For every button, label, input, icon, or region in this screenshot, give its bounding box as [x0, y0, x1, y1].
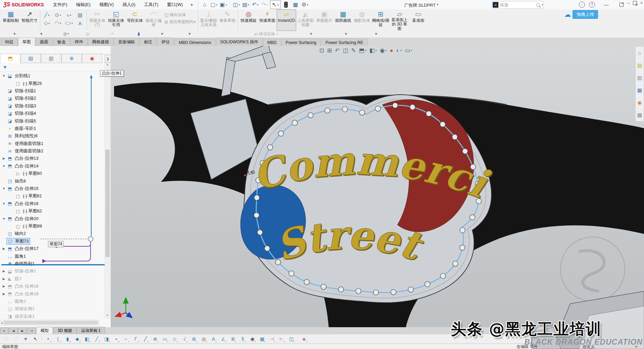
expand-open-icon[interactable]: ▼ [1, 217, 6, 220]
tee-right-snap-icon[interactable]: ⊢ [277, 336, 286, 342]
angle-snap-icon[interactable]: ∠ [218, 336, 228, 342]
layers-snap-icon[interactable]: ≣ [228, 336, 238, 342]
status-custom[interactable]: 自定义 [583, 344, 595, 349]
zoom-fit-icon[interactable]: ⊡ [318, 47, 325, 54]
sketch3d-on-plane-button[interactable]: ▱基准面上的 3D 草图 [390, 9, 409, 31]
tree-item[interactable]: ▶◣筋7 [0, 275, 101, 283]
tree-item[interactable]: ⊞阵列(线性)6 [0, 132, 101, 140]
tree-item[interactable]: ▼⬒凸台-拉伸16 [0, 200, 101, 207]
move-entities-button[interactable]: ⇄移动实体▾ [254, 31, 278, 37]
menu-tools[interactable]: 工具(T) [140, 0, 163, 9]
tree-item[interactable]: ◨保存实体1 [0, 313, 101, 319]
sketch-picture-button[interactable]: ▣草图图片 [315, 9, 334, 31]
file-properties-icon[interactable]: ▦ [291, 1, 300, 9]
design-library-icon[interactable]: ▤ [637, 59, 642, 71]
rebuild-traffic-light-icon[interactable] [282, 1, 290, 9]
diamond-snap-icon[interactable]: ◇ [170, 336, 179, 342]
polygon-snap-icon[interactable]: ◆ [72, 336, 82, 342]
solid-snap-icon[interactable]: ◧ [82, 336, 92, 342]
ribbon-tab-特征[interactable]: 特征 [1, 38, 18, 46]
mirror-entities-button[interactable]: ◫镜向实体 [164, 11, 196, 18]
surface-offset-button[interactable]: ◠曲面上偏移 [144, 9, 163, 31]
upload-overlay[interactable]: ☁ 拖拽上传 [564, 10, 598, 19]
panel-flyout-arrow[interactable]: ❯ [105, 55, 111, 63]
shaded-sketch-contours-button[interactable]: ◭上色草图轮廓 [296, 9, 315, 31]
line-snap-icon[interactable]: ❘ [53, 336, 63, 342]
expand-closed-icon[interactable]: ▶ [1, 292, 6, 296]
rapid-sketch-button[interactable]: ⚡快速草图 [258, 9, 277, 31]
sketch-line-snap-icon[interactable]: ╱ [92, 336, 102, 342]
repair-sketch-button[interactable]: ✎修复草图 [218, 9, 237, 31]
ribbon-tab-solidworks-插件[interactable]: SOLIDWORKS 插件 [216, 38, 263, 46]
expand-open-icon[interactable]: ▼ [1, 202, 6, 205]
arc-tool-icon[interactable]: ◠▾ [52, 19, 63, 27]
tree-item[interactable]: ◪切除-扫描1 [0, 87, 101, 95]
ribbon-tab-power-surfacing-re[interactable]: Power Surfacing RE [321, 39, 368, 46]
tree-item[interactable]: ▶⬒凸台-拉伸18 [0, 283, 101, 290]
fillet-tool-icon[interactable]: ◔▾ [109, 31, 113, 36]
last-tab-icon[interactable]: ⇥ [27, 328, 36, 334]
doc-close-icon[interactable]: × [640, 1, 643, 5]
quick-snaps-button[interactable]: ◎快速捕捉 [239, 9, 258, 31]
target-snap-icon[interactable]: ◉ [248, 336, 257, 342]
solidworks-resources-icon[interactable]: ⌂ [638, 47, 641, 59]
display-delete-relations-button[interactable]: ⊥显示/删除 几何关系 [199, 9, 218, 31]
rectangle-snap-icon[interactable]: ▮ [63, 336, 72, 342]
ribbon-tab-草图[interactable]: 草图 [18, 38, 35, 46]
previous-view-icon[interactable]: ↶ [334, 47, 341, 54]
first-tab-icon[interactable]: ⇤ [0, 328, 9, 334]
tree-item[interactable]: ▼⬒凸台-拉伸14 [0, 162, 101, 170]
doc-restore-icon[interactable] [633, 1, 637, 5]
corner-snap-icon[interactable]: ⌐ [121, 336, 131, 342]
tree-item[interactable]: ▼⬒凸台-拉伸20 [0, 215, 101, 222]
section-view-icon[interactable]: ◫ [341, 47, 350, 54]
doc-minimize-icon[interactable]: – [627, 1, 630, 5]
trim-entities-button[interactable]: ✂剪裁实体(T) [88, 9, 107, 31]
reference-plane-button[interactable]: ▭基准面 [409, 9, 428, 31]
minimize-button[interactable]: — [599, 0, 614, 9]
ribbon-tab-直接编辑[interactable]: 直接编辑 [114, 38, 139, 46]
selected-tree-item[interactable]: ▢草图73 [6, 238, 30, 245]
search-box[interactable]: » 缩放 ▾ [492, 1, 543, 9]
tree-item[interactable]: ▷(-) 草图60 [0, 170, 101, 177]
custom-properties-icon[interactable]: ▧ [637, 109, 642, 121]
tee-left-snap-icon[interactable]: ⊣ [267, 336, 277, 342]
expand-closed-icon[interactable]: ▶ [1, 157, 6, 160]
filter-funnel-icon[interactable]: ▼ [3, 64, 7, 70]
point-tool-icon[interactable]: ▮ [138, 31, 140, 36]
ribbon-tab-mbd-dimensions[interactable]: MBD Dimensions [174, 39, 216, 46]
tree-item[interactable]: ◪切除-扫描5 [0, 117, 101, 124]
face-curves-button[interactable]: ▦面部曲线 [334, 9, 353, 31]
print-icon[interactable]: ▤▾ [242, 1, 250, 9]
zoom-area-icon[interactable]: ⊞ [326, 47, 333, 54]
prev-tab-icon[interactable]: ◀ [9, 328, 18, 334]
tree-item[interactable]: ◲缩放比例1 [0, 305, 101, 312]
expand-open-icon[interactable]: ▼ [1, 74, 6, 78]
upload-badge[interactable]: 拖拽上传 [573, 10, 598, 19]
linear-sketch-pattern-button[interactable]: ⊞线性草图阵列▾ [164, 18, 196, 26]
propertymanager-tab[interactable]: ▤ [20, 54, 41, 63]
tree-item[interactable]: ◪切除-扫描3 [0, 102, 101, 110]
doc-tab-模型[interactable]: 模型 [36, 327, 53, 334]
expand-closed-icon[interactable]: ▶ [1, 285, 6, 288]
tree-item[interactable]: ▢(-) 草图62 [0, 207, 101, 215]
tree-item[interactable]: ◡圆角2 [0, 298, 101, 305]
filter-vertices-icon[interactable]: ▽ [1, 336, 11, 342]
offset-dropdown[interactable]: ▾ [189, 31, 191, 36]
menu-window[interactable]: 窗口(W) [163, 0, 187, 9]
convert-dropdown[interactable]: ▾ [161, 31, 163, 36]
open-icon[interactable]: ▣▾ [219, 1, 227, 9]
home-icon[interactable]: ⌂ [201, 1, 209, 9]
tree-item[interactable]: ◪切除-扫描4 [0, 110, 101, 117]
plane-snap-icon[interactable]: ◨ [102, 336, 111, 342]
filter-faces-icon[interactable]: ▼ [21, 336, 31, 342]
view-settings-icon[interactable]: ▭▾ [404, 47, 414, 54]
grid-cells-snap-icon[interactable]: ▦ [257, 336, 267, 342]
tree-item[interactable]: ◳抽壳6 [0, 177, 101, 185]
tree-item[interactable]: ▶⬒凸台-拉伸19 [0, 290, 101, 297]
polygon-tool-icon[interactable]: ◇▾ [41, 19, 52, 27]
ribbon-tab-焊件[interactable]: 焊件 [70, 38, 88, 46]
expand-open-icon[interactable]: ▼ [1, 164, 6, 168]
sketch-annotation-icon[interactable]: ✎ [350, 47, 357, 54]
sketch-button[interactable]: ▦草图绘制 [1, 9, 20, 31]
